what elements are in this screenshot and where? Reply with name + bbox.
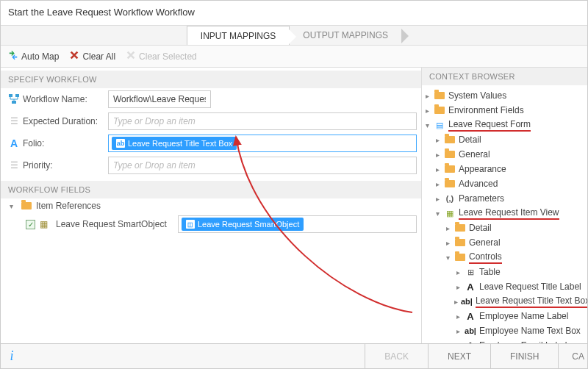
expand-icon: ▸ [434,180,441,188]
node-system-values[interactable]: ▸System Values [422,88,587,103]
expand-icon: ▸ [454,283,462,291]
expected-duration-input[interactable] [108,112,417,130]
priority-input[interactable] [108,157,417,174]
expand-icon: ▸ [434,165,441,173]
node-controls[interactable]: ▾Controls [422,250,587,265]
table-icon: ⊞ [465,267,476,277]
clearall-button[interactable]: Clear All [69,50,115,62]
textbox-icon: ab| [465,326,476,336]
clearall-label: Clear All [82,51,115,62]
svg-rect-0 [9,94,12,97]
lrso-chip-label: Leave Request SmartObject [198,220,299,229]
textbox-icon: ab [116,139,125,148]
workflow-name-input[interactable] [108,90,211,108]
expand-icon: ▸ [444,239,451,247]
automap-label: Auto Map [21,51,59,62]
automap-icon [8,50,18,62]
page-title: Start the Leave Request Workflow Workflo… [1,1,587,25]
toolbar: Auto Map Clear All Clear Selected [1,46,587,68]
node-emp-name-textbox[interactable]: ▸ab|Employee Name Text Box [422,323,587,338]
node-detail[interactable]: ▸Detail [422,132,587,147]
node-label: Parameters [459,193,504,204]
node-parameters[interactable]: ▸(,)Parameters [422,191,587,206]
folder-icon [434,90,445,101]
expand-icon: ▸ [434,136,441,144]
node-label: Employee Name Text Box [479,326,581,336]
row-item-references[interactable]: ▾ Item References [1,198,421,213]
node-environment-fields[interactable]: ▸Environment Fields [422,103,587,118]
clearselected-label: Clear Selected [139,51,197,62]
expand-icon: ▸ [444,224,451,232]
expand-icon: ▸ [434,151,441,159]
expand-icon: ▸ [423,107,431,115]
lrso-chip[interactable]: ◫ Leave Request SmartObject [182,218,304,231]
expand-icon: ▸ [423,92,431,100]
folder-icon [444,149,456,160]
node-general[interactable]: ▸General [422,147,587,162]
folio-icon: A [8,137,20,149]
next-button[interactable]: NEXT [428,344,490,368]
node-emp-email-label[interactable]: ▸AEmployee Email Label [422,338,587,343]
finish-button[interactable]: FINISH [490,344,558,368]
form-icon: ▤ [434,120,445,130]
item-references-label: Item References [36,201,101,211]
row-leave-request-smartobject: ✓ ▦ Leave Request SmartObject ◫ Leave Re… [1,213,421,235]
node-label: Controls [469,251,502,264]
expand-icon: ▸ [454,327,462,335]
node-lr-title-label[interactable]: ▸ALeave Request Title Label [422,279,587,294]
node-table[interactable]: ▸⊞Table [422,265,587,279]
folder-icon [444,179,456,189]
checkbox-checked-icon[interactable]: ✓ [26,220,35,229]
folder-icon [434,105,445,115]
expand-icon: ▸ [454,298,458,306]
folio-label: Folio: [23,138,104,148]
label-icon: A [465,282,476,292]
collapse-icon: ▾ [10,202,17,210]
node-label: System Values [448,90,506,101]
folio-input[interactable]: ab Leave Request Title Text Box [108,135,417,152]
node-label: General [459,149,490,160]
node-advanced[interactable]: ▸Advanced [422,176,587,191]
textbox-icon: ab| [461,296,473,307]
node-leave-request-form[interactable]: ▾▤Leave Request Form [422,118,587,132]
node-general-2[interactable]: ▸General [422,235,587,250]
expected-duration-label: Expected Duration: [23,116,104,126]
cancel-button[interactable]: CA [558,344,587,368]
automap-button[interactable]: Auto Map [8,50,59,62]
folder-icon [21,202,32,209]
footer: i BACK NEXT FINISH CA [1,343,587,368]
clear-icon [126,50,136,62]
parameters-icon: (,) [444,193,456,204]
node-label: Employee Name Label [479,311,568,321]
svg-rect-2 [12,101,16,104]
tab-input-mappings[interactable]: INPUT MAPPINGS [187,26,290,45]
info-icon[interactable]: i [1,344,23,368]
folder-icon [444,164,456,174]
node-lr-title-textbox[interactable]: ▸ab|Leave Request Title Text Box [422,294,587,309]
tab-output-mappings[interactable]: OUTPUT MAPPINGS [290,26,401,45]
lrso-input[interactable]: ◫ Leave Request SmartObject [178,215,417,233]
workflow-name-label: Workflow Name: [23,94,104,104]
node-label: Leave Request Title Label [479,282,581,292]
folder-icon [454,237,466,248]
priority-icon: ☰ [8,160,20,171]
node-appearance[interactable]: ▸Appearance [422,162,587,176]
label-icon: A [465,340,476,343]
node-detail-2[interactable]: ▸Detail [422,221,587,235]
node-leave-request-item-view[interactable]: ▾▦Leave Request Item View [422,206,587,221]
node-label: Employee Email Label [479,340,567,343]
section-workflow-fields: WORKFLOW FIELDS [1,181,421,198]
node-label: General [469,237,501,248]
row-workflow-name: Workflow Name: [1,88,421,110]
back-button: BACK [365,344,428,368]
row-expected-duration: ☰ Expected Duration: [1,110,421,132]
collapse-icon: ▾ [434,209,441,218]
folio-chip[interactable]: ab Leave Request Title Text Box [112,137,237,150]
node-label: Detail [469,223,492,233]
smartobject-icon: ▦ [40,219,51,229]
node-label: Leave Request Item View [459,207,559,220]
node-label: Detail [459,135,481,145]
clear-icon [69,50,79,62]
node-emp-name-label[interactable]: ▸AEmployee Name Label [422,309,587,323]
section-context-browser: CONTEXT BROWSER [422,68,587,85]
